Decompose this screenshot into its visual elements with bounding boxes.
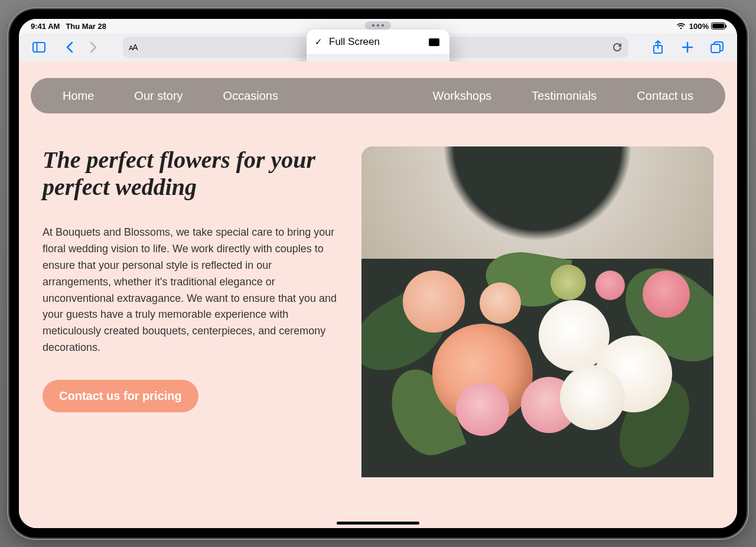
svg-rect-0	[33, 43, 45, 52]
nav-occasions[interactable]: Occasions	[223, 89, 278, 103]
hero-section: The perfect flowers for your perfect wed…	[19, 113, 737, 477]
fullscreen-icon	[428, 38, 440, 47]
webpage: Home Our story Occasions Arrangements Wo…	[19, 61, 737, 528]
reload-button[interactable]	[612, 42, 623, 53]
home-indicator[interactable]	[337, 522, 419, 525]
nav-workshops[interactable]: Workshops	[433, 89, 492, 103]
hero-body: At Bouquets and Blossoms, we take specia…	[43, 224, 338, 356]
ipad-frame: 9:41 AM Thu Mar 28 100%	[9, 9, 747, 538]
text-size-button[interactable]: AA	[129, 43, 138, 52]
menu-fullscreen[interactable]: Full Screen	[307, 30, 449, 54]
nav-contact[interactable]: Contact us	[637, 89, 693, 103]
hero-image	[361, 146, 713, 477]
status-date: Thu Mar 28	[66, 22, 106, 31]
cta-button[interactable]: Contact us for pricing	[43, 380, 198, 412]
battery-indicator: 100%	[689, 22, 725, 31]
menu-item-label: Full Screen	[329, 36, 380, 48]
status-time: 9:41 AM	[31, 22, 60, 31]
hero-headline: The perfect flowers for your perfect wed…	[43, 146, 338, 201]
sidebar-button[interactable]	[28, 37, 50, 58]
wifi-icon	[676, 22, 686, 30]
svg-rect-5	[711, 44, 720, 53]
share-button[interactable]	[647, 37, 669, 58]
nav-our-story[interactable]: Our story	[134, 89, 183, 103]
battery-percent: 100%	[689, 22, 709, 31]
nav-testimonials[interactable]: Testimonials	[532, 89, 597, 103]
forward-button[interactable]	[83, 37, 104, 58]
new-tab-button[interactable]	[677, 37, 698, 58]
screen: 9:41 AM Thu Mar 28 100%	[19, 19, 737, 528]
svg-rect-6	[429, 38, 439, 46]
nav-home[interactable]: Home	[63, 89, 94, 103]
back-button[interactable]	[59, 37, 80, 58]
site-nav: Home Our story Occasions Arrangements Wo…	[31, 78, 725, 113]
tabs-button[interactable]	[706, 37, 728, 58]
multitasking-pill[interactable]	[365, 21, 391, 30]
